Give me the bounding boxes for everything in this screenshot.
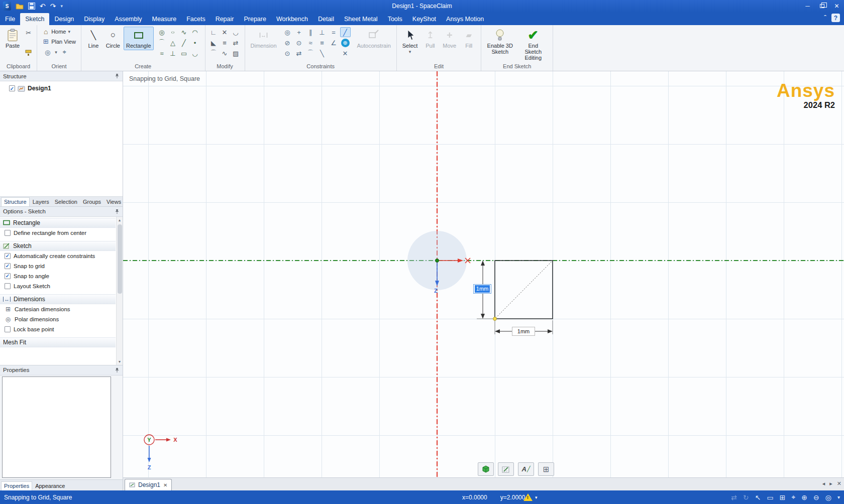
select-tool-button[interactable]: Select ▾: [400, 27, 420, 56]
prev-tab-icon[interactable]: ◂: [822, 480, 825, 487]
scrollbar-thumb[interactable]: [118, 224, 122, 294]
equal-radius-icon[interactable]: ≈: [305, 38, 316, 48]
equal-icon[interactable]: =: [329, 27, 339, 37]
spline-icon[interactable]: ∿: [179, 27, 189, 37]
concentric-icon[interactable]: ⊙: [282, 48, 293, 58]
erase-icon[interactable]: ▨: [231, 48, 241, 58]
pin-icon[interactable]: [115, 367, 120, 373]
snap-to-angle-checkbox[interactable]: [5, 273, 11, 279]
collinear-icon[interactable]: ≡: [317, 38, 328, 48]
option-polar-dimensions[interactable]: ◎ Polar dimensions: [0, 314, 116, 324]
app-icon[interactable]: S: [3, 2, 11, 11]
refresh-view-icon[interactable]: ↻: [743, 493, 749, 501]
tab-detail[interactable]: Detail: [313, 13, 339, 25]
close-all-tabs-icon[interactable]: ✕: [837, 480, 841, 487]
redo-button[interactable]: ↷: [50, 2, 56, 11]
angle-constraint-icon[interactable]: ∠: [329, 38, 339, 48]
tree-item-design1[interactable]: Design1: [2, 85, 121, 92]
fillet-icon[interactable]: ◡: [231, 27, 241, 37]
open-file-button[interactable]: [16, 2, 24, 11]
iso-view-button[interactable]: [478, 462, 494, 476]
sketch-mode-button[interactable]: [498, 462, 514, 476]
tab-assembly[interactable]: Assembly: [110, 13, 147, 25]
auto-constraints-checkbox[interactable]: [5, 253, 11, 259]
remove-constraint-icon[interactable]: ✕: [340, 48, 351, 58]
panel-tab-layers[interactable]: Layers: [30, 198, 52, 206]
arc-constraint-icon[interactable]: ⌒: [305, 48, 316, 58]
close-button[interactable]: ✕: [829, 0, 844, 12]
project-to-sketch-icon[interactable]: ⊥: [168, 48, 178, 58]
select-cursor-icon[interactable]: ↖: [755, 493, 761, 501]
option-auto-constraints[interactable]: Automatically create constraints: [0, 251, 116, 261]
tab-design[interactable]: Design: [49, 13, 79, 25]
scroll-up-icon[interactable]: ▴: [119, 217, 121, 223]
undo-button[interactable]: ↶: [40, 2, 46, 11]
parallel-icon[interactable]: ∥: [305, 27, 316, 37]
bottom-tab-properties[interactable]: Properties: [1, 481, 32, 490]
layout-sketch-checkbox[interactable]: [5, 283, 11, 289]
tab-facets[interactable]: Facets: [181, 13, 210, 25]
format-painter-button[interactable]: [23, 48, 34, 58]
end-sketch-editing-button[interactable]: ✔ End Sketch Editing: [516, 27, 550, 62]
sketch-display-toggle-icon[interactable]: ╱: [340, 27, 351, 37]
sketch-canvas[interactable]: Snapping to Grid, Square Ansys 2024 R2 Z…: [123, 71, 844, 477]
help-button[interactable]: ?: [831, 14, 840, 22]
box-select-icon[interactable]: ▭: [767, 493, 773, 501]
tangent-arc-icon[interactable]: ◠: [190, 27, 200, 37]
warning-indicator[interactable]: ! ▾: [523, 493, 538, 501]
lock-base-point-checkbox[interactable]: [5, 326, 11, 332]
sweep-arc-icon[interactable]: ⌒: [157, 38, 167, 48]
fillet-curve-icon[interactable]: ◡: [190, 48, 200, 58]
tab-keyshot[interactable]: KeyShot: [407, 13, 441, 25]
dimension-input[interactable]: 1mm: [473, 284, 491, 294]
tab-measure[interactable]: Measure: [147, 13, 181, 25]
symmetric-icon[interactable]: ⇄: [294, 48, 304, 58]
collapse-ribbon-button[interactable]: ˆ: [824, 15, 826, 22]
trim-away-icon[interactable]: ✕: [220, 27, 230, 37]
document-tab-design1[interactable]: Design1 ✕: [125, 479, 172, 490]
create-corner-icon[interactable]: ∟: [208, 27, 219, 37]
enable-3d-sketch-button[interactable]: Enable 3D Sketch: [484, 27, 515, 56]
chamfer-icon[interactable]: ◣: [208, 38, 219, 48]
tab-sheet-metal[interactable]: Sheet Metal: [339, 13, 383, 25]
snap-to-grid-checkbox[interactable]: [5, 263, 11, 269]
zoom-in-icon[interactable]: ⊕: [801, 493, 807, 501]
corner-rectangle-icon[interactable]: ▭: [179, 48, 189, 58]
panel-tab-selection[interactable]: Selection: [52, 198, 80, 206]
bottom-tab-appearance[interactable]: Appearance: [33, 482, 67, 490]
ellipse-icon[interactable]: ○: [168, 27, 178, 37]
zoom-constraint-icon[interactable]: ◎: [282, 27, 293, 37]
magnifier-icon[interactable]: ◎: [825, 493, 831, 501]
tab-sketch[interactable]: Sketch: [20, 13, 49, 25]
previous-view-icon[interactable]: ⇄: [731, 493, 737, 501]
construction-line-icon[interactable]: ╱: [179, 38, 189, 48]
rectangle-tool-button[interactable]: Rectangle: [124, 27, 154, 50]
cut-button[interactable]: ✂: [23, 28, 34, 38]
mirror-line-icon[interactable]: ╲: [317, 48, 328, 58]
tab-workbench[interactable]: Workbench: [271, 13, 313, 25]
scroll-down-icon[interactable]: ▾: [119, 358, 121, 365]
coincident-icon[interactable]: ⊙: [294, 38, 304, 48]
line-tool-button[interactable]: ╲ Line: [84, 27, 102, 50]
next-tab-icon[interactable]: ▸: [829, 480, 832, 487]
design1-visibility-checkbox[interactable]: [9, 85, 15, 91]
snap-view-button[interactable]: ⌖: [59, 47, 70, 57]
tangent-icon[interactable]: ⊘: [282, 38, 293, 48]
tab-display[interactable]: Display: [79, 13, 110, 25]
perpendicular-icon[interactable]: ⊥: [317, 27, 328, 37]
annotation-plane-button[interactable]: A ╱: [518, 462, 534, 476]
circle-tool-button[interactable]: ○ Circle: [103, 27, 123, 50]
view-options-caret-icon[interactable]: ▾: [837, 494, 840, 500]
panel-tab-structure[interactable]: Structure: [1, 197, 30, 206]
save-button[interactable]: [28, 2, 35, 11]
point-icon[interactable]: •: [190, 38, 200, 48]
midpoint-icon[interactable]: +: [294, 27, 304, 37]
option-cartesian-dimensions[interactable]: ⊞ Cartesian dimensions: [0, 304, 116, 314]
autoconstrain-button[interactable]: Autoconstrain: [355, 27, 393, 50]
zoom-extents-icon[interactable]: ⊞: [780, 493, 786, 501]
option-snap-to-grid[interactable]: Snap to grid: [0, 261, 116, 271]
define-from-center-checkbox[interactable]: [5, 230, 11, 236]
tab-ansys-motion[interactable]: Ansys Motion: [441, 13, 489, 25]
pin-icon[interactable]: [115, 209, 120, 214]
qat-customize-button[interactable]: ▾: [60, 2, 63, 11]
